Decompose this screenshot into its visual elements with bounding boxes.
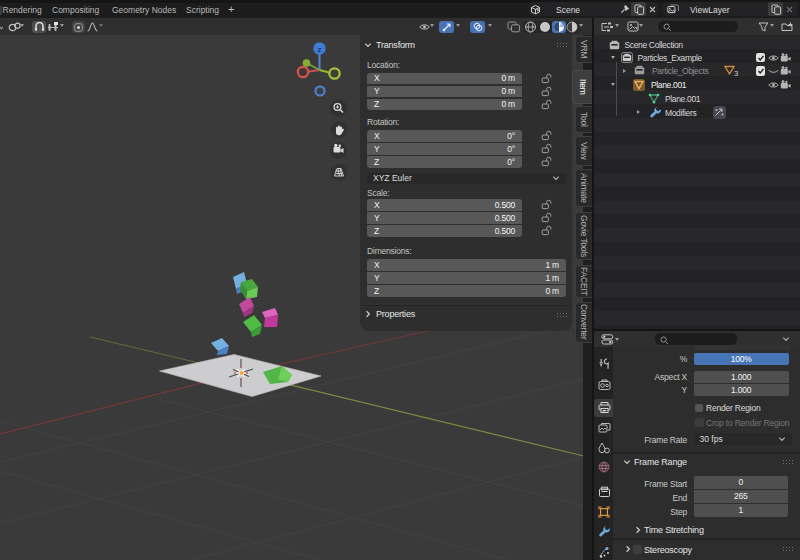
svg-text:z: z [318,45,322,54]
